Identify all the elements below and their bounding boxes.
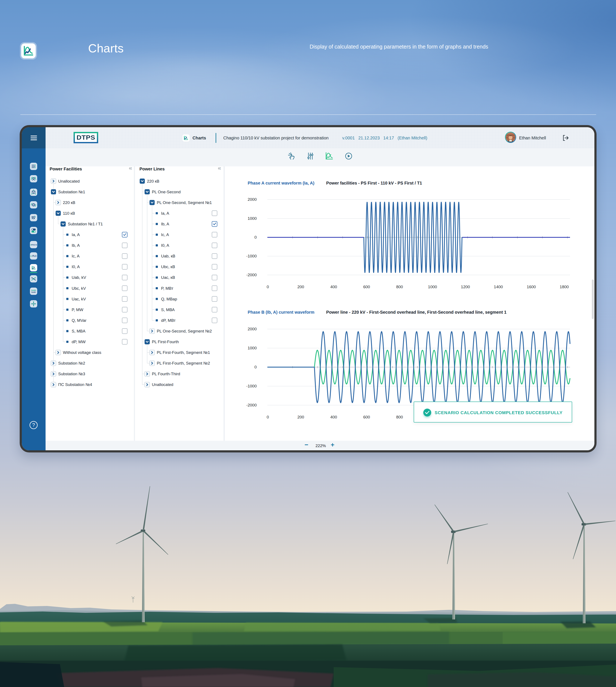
svg-text:600: 600 [363,415,370,419]
svg-text:2000: 2000 [248,197,257,202]
svg-text:-2000: -2000 [246,403,257,407]
svg-text:400: 400 [330,285,337,289]
svg-text:1600: 1600 [527,285,536,289]
svg-text:1000: 1000 [428,285,437,289]
svg-text:200: 200 [297,285,304,289]
svg-text:1400: 1400 [494,285,503,289]
svg-text:1000: 1000 [248,346,257,350]
svg-text:0: 0 [267,415,269,419]
svg-text:Phase A current waveform (Ia,: Phase A current waveform (Ia, A) [248,181,314,185]
svg-text:0: 0 [254,235,257,240]
svg-text:Power line - 220 kV - First-Se: Power line - 220 kV - First-Second overh… [326,310,506,314]
svg-text:400: 400 [330,415,337,419]
svg-text:2000: 2000 [248,327,257,331]
svg-text:-1000: -1000 [246,384,257,388]
svg-text:800: 800 [396,415,403,419]
svg-text:1000: 1000 [248,216,257,221]
svg-text:-2000: -2000 [246,273,257,277]
svg-text:800: 800 [396,285,403,289]
svg-text:Phase B (Ib, A) current wavefo: Phase B (Ib, A) current waveform [248,310,314,314]
svg-text:600: 600 [363,285,370,289]
svg-text:1800: 1800 [560,285,569,289]
svg-text:0: 0 [254,365,257,369]
svg-text:Power facilities - PS First -: Power facilities - PS First - 110 kV - P… [326,181,422,185]
svg-text:1200: 1200 [461,285,470,289]
svg-text:200: 200 [297,415,304,419]
svg-text:-1000: -1000 [246,254,257,258]
svg-text:0: 0 [267,285,269,289]
